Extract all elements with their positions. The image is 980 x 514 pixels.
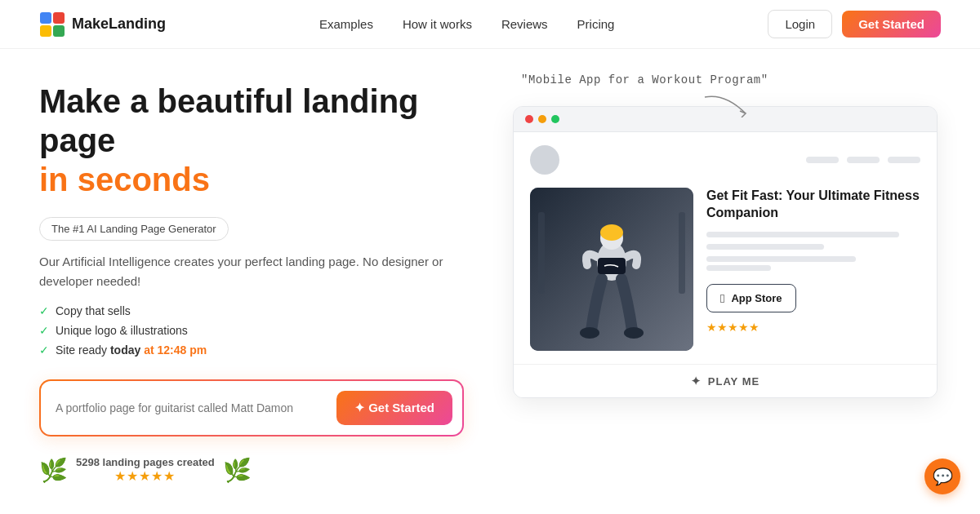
text-line-1 bbox=[706, 232, 899, 237]
feature-list: ✓ Copy that sells ✓ Unique logo & illust… bbox=[39, 304, 464, 357]
text-line-4 bbox=[706, 265, 771, 271]
nav-link-how-it-works[interactable]: How it works bbox=[403, 17, 472, 31]
laurel-left: 🌿 bbox=[39, 457, 68, 484]
svg-point-9 bbox=[624, 327, 644, 339]
feature-item-1: ✓ Copy that sells bbox=[39, 304, 464, 317]
apple-icon:  bbox=[720, 291, 724, 305]
card-stars: ★★★★★ bbox=[706, 321, 920, 334]
preview-section: "Mobile App for a Workout Program" bbox=[513, 82, 938, 398]
svg-rect-1 bbox=[53, 12, 65, 24]
laurel-wrap: 🌿 5298 landing pages created ★★★★★ 🌿 bbox=[39, 456, 252, 484]
cta-input-box: ✦ Get Started bbox=[39, 379, 464, 436]
card-area: Get Fit Fast: Your Ultimate Fitness Comp… bbox=[530, 188, 920, 351]
social-proof: 🌿 5298 landing pages created ★★★★★ 🌿 bbox=[39, 456, 464, 484]
nav-links: Examples How it works Reviews Pricing bbox=[319, 17, 614, 31]
svg-rect-0 bbox=[40, 12, 51, 24]
mock-nav-placeholders bbox=[806, 157, 920, 163]
chat-bubble[interactable]: 💬 bbox=[924, 459, 960, 494]
laurel-right: 🌿 bbox=[223, 457, 252, 484]
play-icon: ✦ bbox=[691, 374, 702, 388]
svg-point-7 bbox=[600, 224, 623, 241]
mock-nav-ph-2 bbox=[847, 157, 880, 163]
svg-rect-3 bbox=[53, 25, 65, 37]
mock-header-row bbox=[530, 145, 920, 175]
card-title: Get Fit Fast: Your Ultimate Fitness Comp… bbox=[706, 188, 920, 222]
mock-avatar bbox=[530, 145, 559, 175]
cta-input[interactable] bbox=[56, 401, 327, 414]
feature-item-2: ✓ Unique logo & illustrations bbox=[39, 324, 464, 337]
check-icon-1: ✓ bbox=[39, 304, 49, 317]
fitness-image bbox=[530, 188, 693, 351]
nav-link-pricing[interactable]: Pricing bbox=[577, 17, 615, 31]
hero-title-accent: in seconds bbox=[39, 162, 210, 197]
browser-mockup: Get Fit Fast: Your Ultimate Fitness Comp… bbox=[513, 106, 938, 398]
page-content: Get Fit Fast: Your Ultimate Fitness Comp… bbox=[514, 132, 937, 364]
dot-yellow bbox=[538, 115, 546, 123]
social-count: 5298 landing pages created bbox=[76, 456, 215, 468]
badge: The #1 AI Landing Page Generator bbox=[39, 217, 229, 241]
nav-actions: Login Get Started bbox=[768, 10, 941, 38]
check-icon-2: ✓ bbox=[39, 324, 49, 337]
app-store-label: App Store bbox=[731, 292, 782, 304]
text-line-2 bbox=[706, 244, 824, 250]
logo[interactable]: MakeLanding bbox=[39, 11, 166, 38]
handwritten-label: "Mobile App for a Workout Program" bbox=[521, 73, 768, 86]
text-lines bbox=[706, 232, 920, 271]
dot-red bbox=[525, 115, 533, 123]
nav-link-examples[interactable]: Examples bbox=[319, 17, 373, 31]
hero-description: Our Artificial Intelligence creates your… bbox=[39, 252, 464, 291]
svg-rect-2 bbox=[40, 25, 51, 37]
hero-section: Make a beautiful landing page in seconds… bbox=[39, 82, 464, 484]
get-started-main-button[interactable]: ✦ Get Started bbox=[336, 391, 452, 425]
mock-nav-ph-1 bbox=[806, 157, 839, 163]
nav-link-reviews[interactable]: Reviews bbox=[501, 17, 548, 31]
logo-text: MakeLanding bbox=[72, 16, 166, 33]
card-info: Get Fit Fast: Your Ultimate Fitness Comp… bbox=[706, 188, 920, 334]
main-content: Make a beautiful landing page in seconds… bbox=[0, 49, 980, 484]
chat-icon: 💬 bbox=[933, 467, 953, 486]
hero-title: Make a beautiful landing page in seconds bbox=[39, 82, 464, 199]
check-icon-3: ✓ bbox=[39, 343, 49, 357]
social-stars: ★★★★★ bbox=[114, 468, 176, 484]
svg-point-8 bbox=[580, 327, 599, 339]
arrow-icon bbox=[701, 93, 750, 117]
mock-nav-ph-3 bbox=[888, 157, 920, 163]
text-line-3 bbox=[706, 256, 856, 262]
app-store-button[interactable]:  App Store bbox=[706, 284, 796, 312]
svg-rect-10 bbox=[598, 258, 626, 274]
login-button[interactable]: Login bbox=[768, 10, 832, 38]
svg-rect-12 bbox=[679, 212, 685, 294]
get-started-nav-button[interactable]: Get Started bbox=[842, 11, 941, 38]
play-me-label: PLAY ME bbox=[708, 375, 760, 388]
dot-green bbox=[551, 115, 559, 123]
svg-rect-11 bbox=[538, 212, 545, 294]
social-text: 5298 landing pages created ★★★★★ bbox=[76, 456, 215, 484]
navbar: MakeLanding Examples How it works Review… bbox=[0, 0, 980, 49]
feature-item-3: ✓ Site ready today at 12:48 pm bbox=[39, 343, 464, 357]
play-me-bar[interactable]: ✦ PLAY ME bbox=[514, 364, 937, 397]
